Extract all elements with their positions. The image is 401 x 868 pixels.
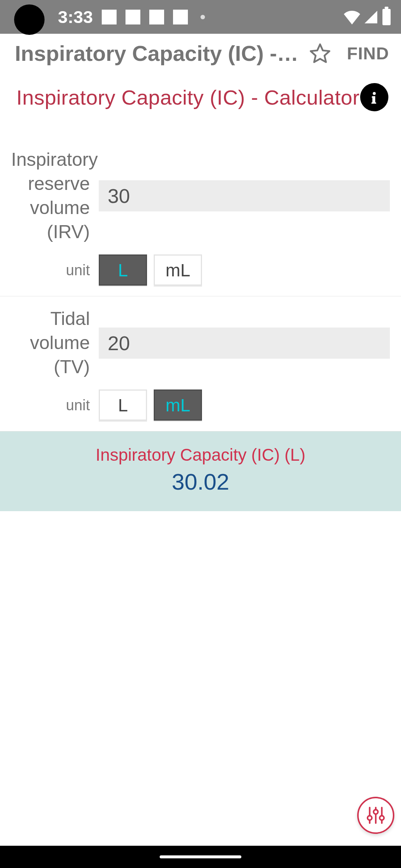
sliders-icon: [365, 805, 386, 826]
irv-unit-toggle: L mL: [99, 254, 390, 286]
content: Inspiratory Capacity (IC) - Calculator I…: [0, 73, 401, 511]
favorite-button[interactable]: [307, 40, 333, 67]
irv-label: Inspiratory reserve volume (IRV): [11, 148, 99, 244]
tv-input[interactable]: [99, 328, 390, 359]
result-value: 30.02: [0, 468, 401, 495]
camera-notch: [14, 4, 45, 35]
tv-unit-mL-button[interactable]: mL: [154, 389, 202, 421]
notification-icon: [173, 10, 188, 24]
page-title: Inspiratory Capacity (IC) - Calculator: [16, 85, 360, 109]
tv-label: Tidal volume (TV): [11, 307, 99, 379]
status-time: 3:33: [58, 7, 93, 27]
status-right: [343, 0, 391, 34]
settings-fab[interactable]: [357, 797, 394, 834]
svg-point-5: [374, 810, 378, 814]
tv-unit-row: unit L mL: [11, 389, 390, 421]
info-button[interactable]: [360, 83, 388, 111]
cellular-icon: [364, 10, 378, 24]
irv-unit-L-button[interactable]: L: [99, 254, 147, 286]
tv-unit-L-button[interactable]: L: [99, 389, 147, 421]
status-left: 3:33: [58, 0, 205, 34]
app-bar: Inspiratory Capacity (IC) - Ca… FIND: [0, 34, 401, 73]
svg-point-4: [368, 816, 372, 820]
system-nav-bar: [0, 846, 401, 868]
title-row: Inspiratory Capacity (IC) - Calculator: [0, 73, 401, 118]
irv-input-cell: [99, 180, 390, 211]
notification-icon: [102, 10, 117, 24]
irv-row: Inspiratory reserve volume (IRV): [11, 148, 390, 244]
tv-unit-label: unit: [11, 397, 99, 414]
battery-icon: [382, 9, 391, 25]
result-title: Inspiratory Capacity (IC) (L): [0, 445, 401, 465]
find-button[interactable]: FIND: [341, 43, 392, 63]
irv-unit-row: unit L mL: [11, 254, 390, 286]
tv-input-cell: [99, 328, 390, 359]
result-panel: Inspiratory Capacity (IC) (L) 30.02: [0, 431, 401, 511]
irv-input[interactable]: [99, 180, 390, 211]
tv-unit-toggle: L mL: [99, 389, 390, 421]
irv-unit-label: unit: [11, 262, 99, 279]
tv-row: Tidal volume (TV): [11, 307, 390, 379]
notification-overflow-icon: [200, 15, 205, 19]
svg-point-6: [380, 816, 384, 820]
star-outline-icon: [309, 42, 332, 65]
appbar-title: Inspiratory Capacity (IC) - Ca…: [15, 41, 299, 66]
notification-icon: [125, 10, 140, 24]
irv-section: Inspiratory reserve volume (IRV) unit L …: [0, 118, 401, 296]
irv-unit-mL-button[interactable]: mL: [154, 254, 202, 286]
info-icon: [366, 89, 382, 105]
svg-point-0: [373, 92, 376, 95]
notification-icon: [149, 10, 164, 24]
tv-section: Tidal volume (TV) unit L mL: [0, 296, 401, 431]
status-bar: 3:33: [0, 0, 401, 34]
wifi-icon: [343, 10, 361, 24]
nav-handle[interactable]: [160, 855, 241, 858]
